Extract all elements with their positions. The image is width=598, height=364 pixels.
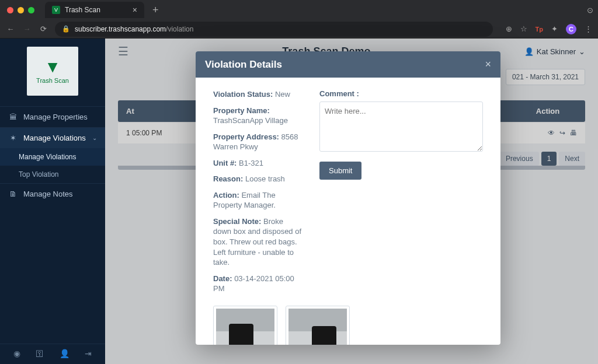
nav-forward-icon: → bbox=[22, 24, 32, 33]
shield-icon: ✶ bbox=[8, 134, 18, 142]
nav-reload-icon[interactable]: ⟳ bbox=[39, 24, 48, 33]
building-icon: 🏛 bbox=[8, 113, 18, 121]
url-text: subscriber.trashscanapp.com/violation bbox=[75, 25, 193, 33]
sidebar-item-notes[interactable]: 🗎 Manage Notes bbox=[0, 183, 105, 204]
tab-title: Trash Scan bbox=[65, 6, 128, 14]
window-overflow-icon[interactable]: ⊙ bbox=[587, 6, 593, 15]
new-tab-button[interactable]: + bbox=[149, 4, 162, 16]
browser-menu-icon[interactable]: ⋮ bbox=[585, 24, 592, 33]
lock-icon: 🔒 bbox=[62, 25, 70, 33]
extension-tp-icon[interactable]: Tp bbox=[536, 26, 543, 33]
address-bar: ← → ⟳ 🔒 subscriber.trashscanapp.com/viol… bbox=[0, 20, 598, 38]
address-label: Property Address: bbox=[213, 132, 279, 141]
bookmark-icon[interactable]: ☆ bbox=[520, 24, 527, 33]
violation-photo-2[interactable]: 03-14-2021 17:00:03 (CST) bbox=[286, 306, 350, 345]
reason-value: Loose trash bbox=[245, 174, 285, 183]
status-label: Violation Status: bbox=[213, 90, 273, 99]
user-icon[interactable]: 👤 bbox=[60, 349, 69, 358]
favicon-icon: V bbox=[52, 6, 60, 14]
extensions-icon[interactable]: ✦ bbox=[551, 24, 558, 33]
logo-icon: ▼ bbox=[44, 59, 61, 75]
sidebar-item-label: Manage Properties bbox=[23, 113, 88, 121]
sidebar-item-violations[interactable]: ✶ Manage Violations ⌄ bbox=[0, 127, 105, 148]
omnibox[interactable]: 🔒 subscriber.trashscanapp.com/violation bbox=[55, 22, 493, 37]
window-zoom[interactable] bbox=[28, 7, 34, 13]
sidebar-subitem-top-violation[interactable]: Top Violation bbox=[0, 166, 105, 183]
submit-button[interactable]: Submit bbox=[319, 162, 361, 180]
property-value: TrashScanApp Village bbox=[213, 116, 288, 125]
sidebar-item-label: Manage Violations bbox=[23, 134, 86, 142]
status-value: New bbox=[275, 90, 290, 99]
note-label: Special Note: bbox=[213, 217, 261, 226]
comment-label: Comment : bbox=[319, 89, 483, 98]
tab-bar: V Trash Scan × + ⊙ bbox=[0, 0, 598, 20]
violation-photos: 03-14-2021 17:00:02 (CST) 03-14-2021 17:… bbox=[196, 306, 500, 345]
tab-close-icon[interactable]: × bbox=[133, 5, 137, 15]
comment-textarea[interactable] bbox=[319, 102, 483, 152]
action-label: Action: bbox=[213, 191, 239, 200]
property-label: Property Name: bbox=[213, 106, 270, 115]
sidebar: ▼ Trash Scan 🏛 Manage Properties ✶ Manag… bbox=[0, 38, 105, 364]
modal-header: Violation Details × bbox=[196, 51, 500, 78]
unit-value: B1-321 bbox=[239, 159, 263, 167]
key-icon[interactable]: ⚿ bbox=[36, 349, 44, 358]
logout-icon[interactable]: ⇥ bbox=[85, 349, 92, 358]
logo-text: Trash Scan bbox=[36, 77, 69, 84]
violation-photo-1[interactable]: 03-14-2021 17:00:02 (CST) bbox=[213, 306, 277, 345]
violation-details-modal: Violation Details × Violation Status: Ne… bbox=[196, 51, 500, 345]
window-controls bbox=[7, 7, 34, 13]
sidebar-item-label: Manage Notes bbox=[23, 190, 73, 198]
window-close[interactable] bbox=[7, 7, 13, 13]
close-icon[interactable]: × bbox=[485, 58, 491, 71]
sidebar-subitem-manage-violations[interactable]: Manage Violations bbox=[0, 148, 105, 166]
dashboard-icon[interactable]: ◉ bbox=[13, 349, 20, 358]
sidebar-footer: ◉ ⚿ 👤 ⇥ bbox=[0, 344, 105, 364]
unit-label: Unit #: bbox=[213, 159, 237, 167]
chevron-down-icon: ⌄ bbox=[92, 135, 97, 141]
modal-title: Violation Details bbox=[205, 59, 282, 71]
window-minimize[interactable] bbox=[18, 7, 24, 13]
zoom-icon[interactable]: ⊕ bbox=[506, 24, 512, 33]
browser-chrome: V Trash Scan × + ⊙ ← → ⟳ 🔒 subscriber.tr… bbox=[0, 0, 598, 38]
sidebar-item-properties[interactable]: 🏛 Manage Properties bbox=[0, 106, 105, 127]
profile-avatar-icon[interactable]: C bbox=[566, 24, 576, 34]
browser-tab[interactable]: V Trash Scan × bbox=[45, 2, 144, 18]
logo[interactable]: ▼ Trash Scan bbox=[0, 38, 105, 106]
document-icon: 🗎 bbox=[8, 190, 18, 198]
main-content: ☰ Trash Scan Demo 👤 Kat Skinner ⌄ 021 - … bbox=[105, 38, 598, 364]
nav-back-icon[interactable]: ← bbox=[6, 24, 15, 33]
reason-label: Reason: bbox=[213, 174, 243, 183]
date-label: Date: bbox=[213, 274, 232, 283]
